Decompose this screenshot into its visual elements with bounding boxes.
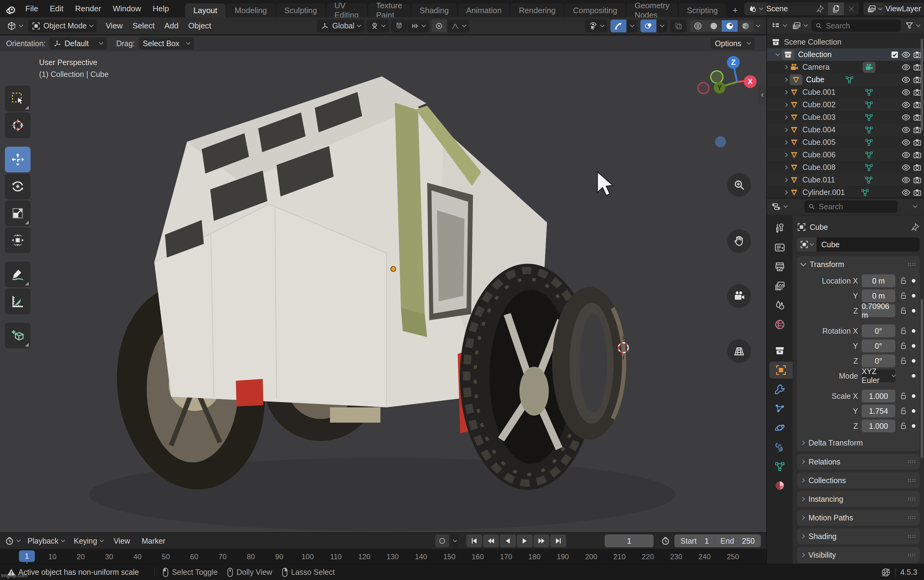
tab-scene[interactable]	[767, 297, 792, 314]
shading-solid-button[interactable]	[706, 20, 722, 32]
orientation-dropdown[interactable]: Default	[49, 37, 107, 49]
menu-file[interactable]: File	[20, 4, 44, 13]
tab-modeling[interactable]: Modeling	[226, 3, 275, 17]
gizmo-axis-x-neg[interactable]	[697, 82, 710, 94]
outliner-row-object[interactable]: Camera	[767, 61, 924, 73]
ortho-view-button[interactable]	[727, 339, 751, 363]
timeline-tick[interactable]: 20	[77, 552, 85, 561]
expand-icon[interactable]	[784, 178, 788, 182]
lock-icon[interactable]	[899, 391, 908, 400]
mesh-data-icon[interactable]	[865, 88, 873, 97]
keying-menu[interactable]: Keying	[70, 534, 107, 547]
tab-view-layer[interactable]	[767, 277, 792, 295]
timeline-tick[interactable]: 100	[301, 552, 314, 561]
hide-viewport-icon[interactable]	[901, 175, 911, 185]
mode-dropdown[interactable]: Object Mode	[28, 20, 97, 32]
shading-rendered-button[interactable]	[738, 20, 753, 32]
mesh-data-icon[interactable]	[865, 176, 873, 184]
mesh-data-icon[interactable]	[865, 138, 873, 147]
timeline-tick[interactable]: 110	[330, 552, 342, 561]
timeline-tick[interactable]: 10	[48, 552, 56, 561]
hide-viewport-icon[interactable]	[901, 125, 911, 135]
animate-dot-icon[interactable]	[912, 329, 916, 333]
expand-icon[interactable]	[784, 102, 788, 107]
scene-name[interactable]: Scene	[766, 4, 812, 13]
outliner-row-object[interactable]: Cube.001	[767, 86, 924, 99]
lock-icon[interactable]	[899, 407, 908, 415]
tab-geometry-nodes[interactable]: Geometry Nodes	[626, 3, 678, 17]
tab-render[interactable]	[767, 239, 792, 256]
animate-dot-icon[interactable]	[912, 344, 916, 348]
lock-icon[interactable]	[899, 291, 908, 300]
timeline-tick[interactable]: 30	[105, 552, 114, 561]
hide-viewport-icon[interactable]	[901, 50, 911, 59]
scene-unlink-button[interactable]	[844, 2, 859, 15]
tab-constraints[interactable]	[767, 438, 792, 456]
start-frame-field[interactable]: Start1	[675, 537, 714, 545]
gizmo-axis-y-neg[interactable]	[710, 70, 723, 84]
timeline-tick[interactable]: 180	[528, 552, 540, 561]
viewlayer-browse-button[interactable]	[863, 2, 886, 15]
viewport-3d[interactable]: User Perspective (1) Collection | Cube	[0, 51, 766, 532]
lock-icon[interactable]	[899, 306, 908, 315]
outliner-editor-type-button[interactable]	[770, 19, 788, 32]
use-preview-range-toggle[interactable]	[659, 534, 672, 547]
panel-shading[interactable]: Shading	[797, 528, 920, 544]
tab-layout[interactable]: Layout	[185, 3, 226, 17]
gizmo-axis-y[interactable]: Y	[714, 82, 725, 94]
outliner-search[interactable]	[812, 20, 901, 32]
drag-handle-icon[interactable]	[908, 534, 916, 538]
gizmo-axis-x[interactable]: X	[744, 75, 756, 88]
animate-dot-icon[interactable]	[912, 424, 916, 428]
disable-render-icon[interactable]	[913, 163, 922, 172]
timeline-tick[interactable]: 50	[161, 552, 170, 561]
snap-toggle[interactable]	[391, 20, 407, 32]
jump-to-end-button[interactable]	[550, 534, 566, 547]
hide-viewport-icon[interactable]	[901, 150, 911, 160]
proportional-editing-toggle[interactable]	[432, 20, 447, 32]
mesh-data-icon[interactable]	[865, 125, 873, 134]
menu-edit[interactable]: Edit	[44, 4, 69, 13]
transform-panel-header[interactable]: Transform	[801, 256, 916, 272]
drag-handle-icon[interactable]	[908, 479, 916, 482]
drag-handle-icon[interactable]	[908, 553, 916, 557]
sidebar-collapse-arrow[interactable]: ‹	[758, 84, 766, 104]
properties-options-icon[interactable]	[913, 204, 917, 208]
animate-dot-icon[interactable]	[912, 294, 916, 298]
pivot-point-dropdown[interactable]	[367, 20, 389, 32]
timeline-ruler[interactable]: 1 10203040506070809010011012013014015016…	[0, 549, 766, 564]
tool-cursor[interactable]	[5, 112, 31, 138]
play-reverse-button[interactable]	[500, 534, 516, 547]
tab-animation[interactable]: Animation	[458, 3, 510, 17]
outliner-row-object[interactable]: Cube.004	[767, 124, 924, 136]
show-gizmo-toggle[interactable]	[611, 20, 626, 32]
hide-viewport-icon[interactable]	[901, 113, 911, 122]
outliner-display-mode-button[interactable]	[791, 19, 809, 32]
hide-viewport-icon[interactable]	[901, 188, 911, 197]
lock-icon[interactable]	[899, 326, 908, 336]
menu-help[interactable]: Help	[147, 4, 175, 13]
hide-viewport-icon[interactable]	[901, 163, 911, 172]
shading-wireframe-button[interactable]	[690, 20, 706, 32]
editor-type-button[interactable]	[3, 20, 26, 32]
tool-move[interactable]	[5, 147, 31, 172]
properties-search-input[interactable]	[818, 202, 894, 211]
hide-viewport-icon[interactable]	[901, 100, 911, 109]
menu-render[interactable]: Render	[69, 4, 107, 13]
transform-orientation-dropdown[interactable]: Global	[317, 20, 364, 32]
timeline-menu-view[interactable]: View	[109, 537, 135, 545]
tool-transform[interactable]	[5, 227, 31, 253]
collapse-icon[interactable]	[800, 260, 806, 267]
animate-dot-icon[interactable]	[912, 394, 916, 398]
viewport-menu-add[interactable]: Add	[160, 21, 183, 31]
outliner-scrollbar[interactable]	[921, 39, 923, 130]
drag-handle-icon[interactable]	[908, 460, 916, 463]
tab-scripting[interactable]: Scripting	[679, 3, 726, 17]
mesh-data-icon[interactable]	[861, 188, 869, 197]
location-z-field[interactable]: 0.70906 m	[861, 304, 895, 317]
outliner-row-object-active[interactable]: Cube	[767, 73, 924, 86]
gizmo-axis-z-neg[interactable]	[715, 136, 726, 147]
tab-tool[interactable]	[767, 220, 792, 237]
timeline-tick[interactable]: 70	[219, 552, 227, 561]
snap-settings-dropdown[interactable]	[408, 20, 429, 32]
